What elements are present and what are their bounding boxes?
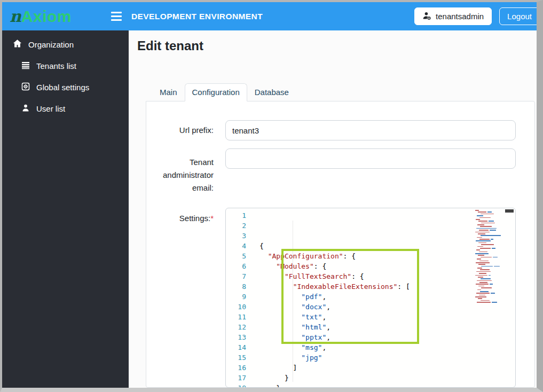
sidebar-item-organization[interactable]: Organization — [2, 34, 129, 55]
current-user-label: tenantsadmin — [436, 12, 484, 21]
settings-doc-icon — [21, 82, 30, 92]
sidebar-item-tenants-list[interactable]: Tenants list — [2, 55, 129, 76]
form-row-settings: Settings:* 123456789101112131415161718 {… — [155, 208, 516, 388]
window-frame: nAxiom DEVELOPMENT ENVIRONMENT tenantsad… — [0, 0, 543, 392]
settings-label: Settings:* — [155, 208, 214, 388]
page-title: Edit tenant — [137, 38, 537, 53]
url-prefix-label: Url prefix: — [155, 120, 214, 140]
logout-button[interactable]: Logout — [499, 7, 540, 25]
user-icon — [21, 104, 30, 114]
tenant-admin-email-label: Tenant andministrator email: — [155, 148, 214, 194]
list-icon — [21, 61, 30, 71]
sidebar-item-label: Tenants list — [36, 61, 76, 70]
indent-guide — [293, 221, 293, 382]
app-header: nAxiom DEVELOPMENT ENVIRONMENT tenantsad… — [2, 2, 537, 30]
settings-code-editor[interactable]: 123456789101112131415161718 { "AppConfig… — [225, 208, 516, 388]
tenant-admin-email-input[interactable] — [225, 148, 516, 169]
app-logo: nAxiom — [10, 9, 106, 25]
required-marker: * — [210, 214, 214, 223]
sidebar-item-label: Global settings — [36, 83, 89, 92]
editor-minimap[interactable] — [473, 210, 502, 370]
tab-main[interactable]: Main — [152, 83, 185, 101]
logo-axiom: Axiom — [21, 7, 72, 25]
editor-scrollbar-thumb[interactable] — [505, 209, 514, 213]
url-prefix-input[interactable] — [225, 120, 516, 140]
tab-configuration[interactable]: Configuration — [185, 83, 247, 101]
logo-n: n — [10, 7, 21, 26]
environment-title: DEVELOPMENT ENVIRONMENT — [131, 12, 263, 21]
hamburger-menu-icon[interactable] — [111, 10, 125, 23]
user-gear-icon — [422, 11, 431, 22]
sidebar-item-user-list[interactable]: User list — [2, 98, 129, 119]
home-icon — [13, 39, 22, 50]
tab-bar: MainConfigurationDatabase — [152, 83, 537, 101]
editor-line-numbers: 123456789101112131415161718 — [226, 208, 250, 387]
sidebar-item-label: User list — [36, 104, 65, 113]
main-content: Edit tenant MainConfigurationDatabase Ur… — [129, 30, 537, 388]
tab-panel-configuration: Url prefix: Tenant andministrator email:… — [146, 101, 535, 388]
sidebar-nav: OrganizationTenants listGlobal settingsU… — [2, 30, 129, 388]
tab-database[interactable]: Database — [247, 83, 296, 101]
form-row-url-prefix: Url prefix: — [155, 120, 516, 140]
sidebar-item-global-settings[interactable]: Global settings — [2, 76, 129, 98]
sidebar-item-label: Organization — [28, 40, 74, 49]
current-user-button[interactable]: tenantsadmin — [414, 7, 492, 25]
code-line: }, — [259, 383, 515, 387]
code-line: } — [259, 373, 515, 383]
form-row-tenant-admin-email: Tenant andministrator email: — [155, 148, 516, 194]
